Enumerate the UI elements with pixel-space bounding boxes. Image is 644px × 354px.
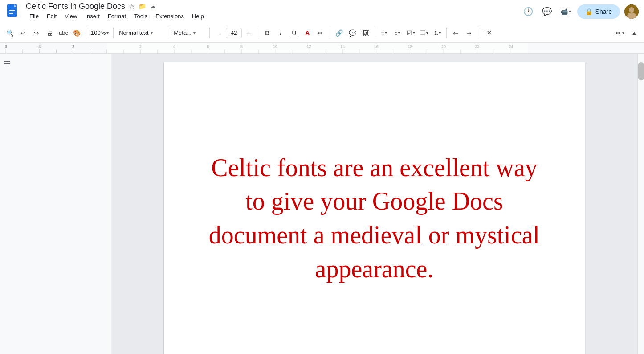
left-panel: ☰ — [0, 54, 102, 354]
paint-format-button[interactable]: 🎨 — [71, 27, 83, 39]
numbered-list-button[interactable]: 1.▾ — [431, 27, 444, 39]
menu-extensions[interactable]: Extensions — [152, 11, 187, 21]
font-size-decrease-button[interactable]: − — [212, 27, 225, 39]
menu-insert[interactable]: Insert — [82, 11, 103, 21]
doc-title[interactable]: Celtic Fonts in Google Docs — [26, 2, 125, 11]
zoom-dropdown[interactable]: 100% ▾ — [89, 27, 110, 39]
decrease-indent-button[interactable]: ⇐ — [449, 27, 462, 39]
menu-edit[interactable]: Edit — [43, 11, 60, 21]
separator-1 — [86, 28, 86, 38]
right-controls: 🕐 💬 📹▾ 🔒 Share — [521, 4, 639, 19]
menu-format[interactable]: Format — [104, 11, 130, 21]
undo-button[interactable]: ↩ — [17, 27, 29, 39]
collapse-toolbar-button[interactable]: ▲ — [628, 27, 640, 39]
textstyle-chevron-icon: ▾ — [151, 30, 153, 35]
document-area[interactable]: Celtic fonts are an excellent way to giv… — [111, 54, 637, 354]
cloud-icon[interactable]: ☁ — [150, 3, 156, 10]
menu-tools[interactable]: Tools — [130, 11, 151, 21]
separator-6 — [330, 28, 330, 38]
underline-button[interactable]: U — [288, 27, 300, 39]
font-dropdown[interactable]: Meta... ▾ — [171, 27, 207, 39]
menu-help[interactable]: Help — [188, 11, 208, 21]
menu-view[interactable]: View — [61, 11, 81, 21]
document-page[interactable]: Celtic fonts are an excellent way to giv… — [164, 62, 585, 354]
print-button[interactable]: 🖨 — [44, 27, 56, 39]
svg-rect-4 — [9, 12, 15, 12]
lock-icon: 🔒 — [585, 8, 593, 15]
editmode-chevron-icon: ▾ — [622, 30, 624, 35]
checklist-button[interactable]: ☑▾ — [404, 27, 417, 39]
separator-4 — [209, 28, 210, 38]
redo-button[interactable]: ↪ — [30, 27, 43, 39]
svg-rect-3 — [9, 10, 15, 11]
font-size-input[interactable] — [226, 28, 242, 38]
ruler-canvas — [0, 43, 644, 53]
vertical-ruler — [102, 54, 111, 354]
svg-rect-5 — [9, 13, 13, 14]
title-section: Celtic Fonts in Google Docs ☆ 📁 ☁ File E… — [26, 2, 521, 21]
font-size-increase-button[interactable]: + — [243, 27, 255, 39]
ruler — [0, 43, 644, 54]
bold-button[interactable]: B — [261, 27, 273, 39]
separator-2 — [113, 28, 114, 38]
font-chevron-icon: ▾ — [193, 30, 196, 35]
history-button[interactable]: 🕐 — [521, 4, 535, 19]
vertical-ruler-canvas — [102, 54, 111, 354]
right-scrollbar[interactable] — [637, 54, 644, 354]
separator-5 — [258, 28, 258, 38]
main-area: ☰ Celtic fonts are an excellent way to g… — [0, 54, 644, 354]
doc-icon — [5, 4, 21, 20]
zoom-chevron-icon: ▾ — [106, 30, 109, 35]
text-style-dropdown[interactable]: Normal text ▾ — [116, 27, 165, 39]
meet-button[interactable]: 📹▾ — [558, 4, 573, 19]
increase-indent-button[interactable]: ⇒ — [463, 27, 475, 39]
separator-8 — [446, 28, 447, 38]
line-spacing-button[interactable]: ↕▾ — [391, 27, 404, 39]
comments-button[interactable]: 💬 — [540, 4, 554, 19]
drive-icon[interactable]: 📁 — [139, 3, 146, 10]
share-button[interactable]: 🔒 Share — [577, 4, 620, 19]
svg-point-7 — [629, 7, 634, 12]
image-button[interactable]: 🖼 — [359, 27, 372, 39]
outline-icon[interactable]: ☰ — [4, 59, 99, 69]
user-avatar[interactable] — [624, 4, 639, 19]
title-bar: Celtic Fonts in Google Docs ☆ 📁 ☁ File E… — [0, 0, 644, 23]
document-body-text[interactable]: Celtic fonts are an excellent way to giv… — [200, 151, 549, 286]
menu-file[interactable]: File — [26, 11, 42, 21]
bullet-list-button[interactable]: ☰▾ — [418, 27, 430, 39]
separator-7 — [375, 28, 375, 38]
italic-button[interactable]: I — [274, 27, 287, 39]
toolbar: 🔍 ↩ ↪ 🖨 abc 🎨 100% ▾ Normal text ▾ Meta.… — [0, 23, 644, 43]
link-button[interactable]: 🔗 — [333, 27, 345, 39]
align-button[interactable]: ≡▾ — [378, 27, 390, 39]
star-icon[interactable]: ☆ — [129, 2, 135, 11]
comment-button[interactable]: 💬 — [346, 27, 359, 39]
search-button[interactable]: 🔍 — [4, 27, 16, 39]
highlight-button[interactable]: ✏ — [314, 27, 327, 39]
spellcheck-button[interactable]: abc — [57, 27, 70, 39]
separator-3 — [168, 28, 168, 38]
editing-mode-dropdown[interactable]: ✏ ▾ — [613, 27, 627, 39]
font-color-button[interactable]: A — [301, 27, 314, 39]
separator-9 — [478, 28, 478, 38]
menu-bar: File Edit View Insert Format Tools Exten… — [26, 11, 521, 21]
clear-format-button[interactable]: T✕ — [481, 27, 493, 39]
